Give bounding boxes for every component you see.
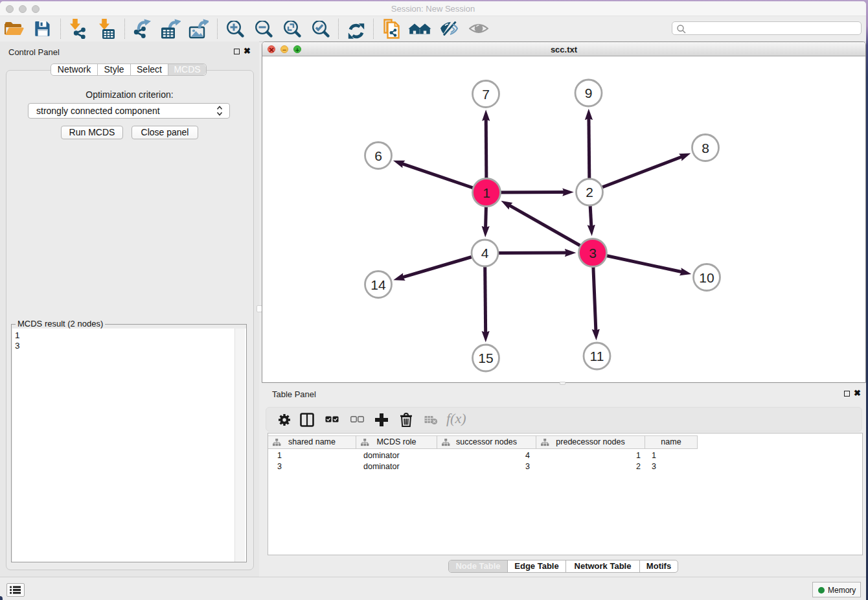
svg-text:1: 1 — [483, 185, 490, 200]
svg-text:6: 6 — [374, 148, 382, 163]
svg-text:10: 10 — [699, 270, 714, 285]
svg-text:15: 15 — [478, 351, 493, 365]
svg-text:4: 4 — [481, 246, 489, 260]
svg-text:11: 11 — [590, 349, 604, 363]
svg-text:2: 2 — [586, 185, 593, 200]
svg-text:14: 14 — [371, 277, 386, 292]
svg-text:9: 9 — [585, 86, 593, 100]
svg-text:8: 8 — [702, 141, 709, 156]
svg-text:3: 3 — [589, 246, 597, 260]
svg-text:7: 7 — [482, 87, 490, 102]
